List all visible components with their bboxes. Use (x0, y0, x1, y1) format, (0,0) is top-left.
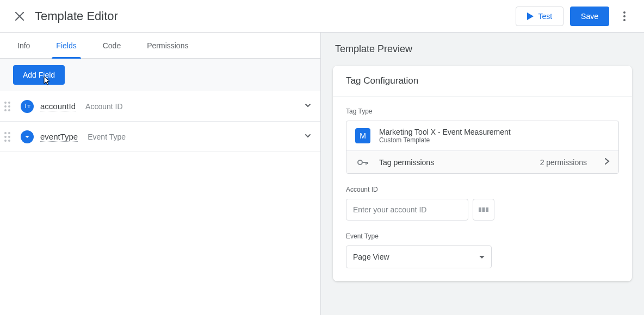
page-title: Template Editor (35, 9, 118, 23)
key-icon (355, 159, 370, 166)
tag-config-card: Tag Configuration Tag Type M Marketing T… (333, 66, 632, 281)
text-type-icon: Tᴛ (21, 100, 34, 113)
account-id-label: Account ID (346, 186, 619, 193)
card-title: Tag Configuration (333, 66, 632, 97)
event-type-label: Event Type (346, 232, 619, 240)
tag-permissions-row[interactable]: Tag permissions 2 permissions (346, 150, 618, 173)
variable-icon (479, 206, 488, 213)
tab-permissions[interactable]: Permissions (134, 33, 201, 58)
chevron-right-icon (604, 158, 610, 167)
tab-code[interactable]: Code (90, 33, 134, 58)
field-name: accountId (40, 102, 76, 111)
tag-type-row[interactable]: M Marketing Tool X - Event Measurement C… (346, 121, 618, 150)
tab-info[interactable]: Info (4, 33, 43, 58)
add-field-button[interactable]: Add Field (13, 65, 65, 85)
template-name: Marketing Tool X - Event Measurement (379, 128, 511, 136)
permissions-count: 2 permissions (540, 158, 587, 167)
event-type-select[interactable]: Page View (346, 245, 492, 268)
svg-rect-1 (362, 162, 368, 163)
svg-point-0 (358, 160, 362, 165)
template-logo-icon: M (355, 128, 370, 143)
test-button-label: Test (538, 12, 552, 21)
field-display-label: Event Type (88, 133, 126, 141)
preview-title: Template Preview (321, 33, 644, 66)
svg-rect-5 (482, 207, 485, 212)
variable-picker-button[interactable] (473, 199, 494, 220)
play-icon (527, 12, 534, 20)
more-vert-icon (623, 11, 626, 21)
chevron-down-icon[interactable] (304, 102, 312, 111)
svg-rect-3 (367, 162, 368, 164)
field-row-eventtype[interactable]: eventType Event Type (0, 122, 320, 152)
svg-rect-4 (479, 207, 481, 212)
dropdown-type-icon (21, 130, 34, 143)
permissions-label: Tag permissions (379, 158, 434, 167)
field-row-accountid[interactable]: Tᴛ accountId Account ID (0, 91, 320, 122)
account-id-input[interactable] (346, 199, 468, 220)
drag-handle-icon[interactable] (4, 132, 14, 142)
drag-handle-icon[interactable] (4, 102, 14, 111)
more-menu-button[interactable] (614, 5, 635, 27)
tag-type-label: Tag Type (346, 108, 619, 115)
template-subtitle: Custom Template (379, 136, 511, 144)
tab-fields[interactable]: Fields (43, 33, 89, 58)
close-icon[interactable] (9, 5, 30, 27)
tag-type-box: M Marketing Tool X - Event Measurement C… (346, 121, 619, 174)
editor-tabs: Info Fields Code Permissions (0, 33, 320, 59)
event-type-value: Page View (353, 253, 389, 261)
test-button[interactable]: Test (516, 7, 564, 26)
save-button[interactable]: Save (570, 7, 609, 26)
svg-rect-6 (486, 207, 488, 212)
save-button-label: Save (581, 12, 598, 21)
chevron-down-icon[interactable] (304, 132, 312, 141)
field-name: eventType (40, 132, 78, 142)
dropdown-arrow-icon (479, 256, 485, 259)
field-display-label: Account ID (85, 102, 122, 111)
svg-rect-2 (366, 162, 367, 165)
add-field-label: Add Field (23, 71, 55, 79)
